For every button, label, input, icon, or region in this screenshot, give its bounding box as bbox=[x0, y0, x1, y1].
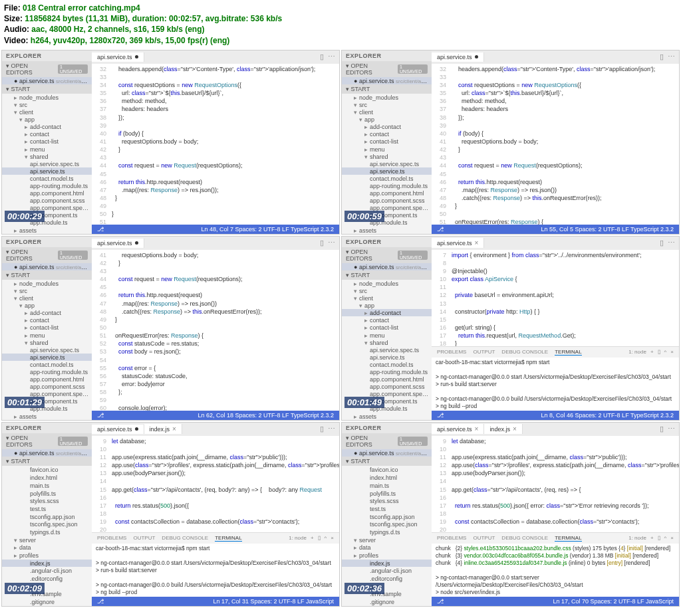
tree-item[interactable]: ▾src bbox=[342, 287, 432, 294]
tree-item[interactable]: api.service.ts bbox=[342, 167, 432, 175]
editor-tab[interactable]: api.service.ts× bbox=[432, 424, 484, 434]
open-editor-item[interactable]: ● api.service.ts src/client/app/shared bbox=[342, 449, 432, 457]
terminal-output[interactable]: chunk {2} styles.e41b53305011bcaaa202.bu… bbox=[432, 544, 679, 597]
tree-item[interactable]: ▸contact-list bbox=[2, 324, 92, 331]
status-right[interactable]: Ln 48, Col 7 Spaces: 2 UTF-8 LF TypeScri… bbox=[202, 226, 334, 233]
tree-item[interactable]: contact.model.ts bbox=[342, 175, 432, 182]
tree-item[interactable]: .editorconfig bbox=[342, 575, 432, 583]
tree-item[interactable]: contact.model.ts bbox=[2, 175, 92, 182]
code-body[interactable]: headers.append(class="str">'Content-Type… bbox=[109, 64, 339, 225]
branch-indicator[interactable]: ⎇ bbox=[97, 598, 104, 605]
output-tab[interactable]: OUTPUT bbox=[473, 535, 495, 542]
tree-item[interactable]: test.ts bbox=[2, 505, 92, 513]
code-editor[interactable]: 7 8 9 10 11 12 13 14 15 16 17 18 19 20 2… bbox=[432, 250, 679, 346]
open-editor-item[interactable]: ● api.service.ts src/client/app/shared bbox=[2, 449, 92, 457]
tree-item[interactable]: main.ts bbox=[2, 482, 92, 490]
tree-item[interactable]: index.js bbox=[342, 560, 432, 567]
terminal-tab[interactable]: TERMINAL bbox=[555, 535, 581, 542]
more-icon[interactable]: ⋯ bbox=[328, 52, 335, 61]
close-icon[interactable]: × bbox=[172, 425, 176, 433]
tree-item[interactable]: ▸data bbox=[342, 544, 432, 552]
editor-tab[interactable]: api.service.ts bbox=[92, 425, 144, 434]
tree-item[interactable]: ▾shared bbox=[342, 153, 432, 160]
status-right[interactable]: Ln 55, Col 5 Spaces: 2 UTF-8 LF TypeScri… bbox=[541, 226, 674, 233]
tree-item[interactable]: styles.scss bbox=[2, 497, 92, 505]
split-editor-icon[interactable]: ▯ bbox=[320, 239, 324, 247]
tree-item[interactable]: ▾client bbox=[342, 108, 432, 116]
tree-item[interactable]: app.component.html bbox=[342, 189, 432, 197]
tree-item[interactable]: app.component.html bbox=[342, 375, 432, 383]
tree-item[interactable]: test.ts bbox=[342, 505, 432, 513]
branch-indicator[interactable]: ⎇ bbox=[437, 412, 444, 419]
plus-icon[interactable]: + bbox=[311, 535, 314, 541]
problems-tab[interactable]: PROBLEMS bbox=[97, 535, 126, 542]
tree-item[interactable]: ▸add-contact bbox=[2, 309, 92, 316]
tree-item[interactable]: api.service.spec.ts bbox=[342, 346, 432, 354]
status-right[interactable]: Ln 17, Col 70 Spaces: 2 UTF-8 LF JavaScr… bbox=[553, 598, 674, 605]
tree-item[interactable]: typings.d.ts bbox=[342, 528, 432, 536]
tree-item[interactable]: ▸contact bbox=[2, 130, 92, 138]
tree-item[interactable]: typings.d.ts bbox=[2, 528, 92, 536]
status-right[interactable]: Ln 8, Col 46 Spaces: 2 UTF-8 LF TypeScri… bbox=[541, 412, 674, 419]
tree-item[interactable]: ▾src bbox=[2, 101, 92, 108]
tree-item[interactable]: app.component.html bbox=[2, 189, 92, 197]
tree-item[interactable]: app-routing.module.ts bbox=[342, 182, 432, 189]
start-section[interactable]: ▾ START bbox=[342, 457, 432, 466]
tree-item[interactable]: contact.model.ts bbox=[342, 361, 432, 368]
tree-item[interactable]: ▸profiles bbox=[2, 552, 92, 560]
split-editor-icon[interactable]: ▯ bbox=[660, 52, 664, 61]
start-section[interactable]: ▾ START bbox=[2, 84, 92, 94]
code-body[interactable]: import { environment } from class="str">… bbox=[449, 250, 679, 346]
tree-item[interactable]: tsconfig.app.json bbox=[342, 513, 432, 521]
debug-console-tab[interactable]: DEBUG CONSOLE bbox=[501, 349, 548, 356]
tree-item[interactable]: ▸data bbox=[2, 544, 92, 552]
start-section[interactable]: ▾ START bbox=[342, 84, 432, 94]
close-icon[interactable]: × bbox=[513, 425, 517, 433]
close-icon[interactable]: × bbox=[475, 239, 479, 247]
tree-item[interactable]: ▸node_modules bbox=[342, 280, 432, 287]
tree-item[interactable]: ▸contact-list bbox=[2, 138, 92, 145]
tree-item[interactable]: api.service.ts bbox=[2, 354, 92, 361]
close-icon[interactable]: × bbox=[670, 349, 674, 355]
tree-item[interactable]: ▸menu bbox=[342, 146, 432, 153]
tree-item[interactable]: favicon.ico bbox=[2, 466, 92, 474]
code-editor[interactable]: 9 10 11 12 13 14 15 16 17 18 19 20 21 22… bbox=[92, 436, 339, 532]
tree-item[interactable]: ▸contact bbox=[342, 316, 432, 324]
terminal-output[interactable]: car-booth-18-mac:start victormejia$ npm … bbox=[92, 544, 339, 597]
tree-item[interactable]: ▾app bbox=[342, 116, 432, 123]
code-body[interactable]: let database; app.use(express.static(pat… bbox=[109, 436, 339, 532]
open-editors-section[interactable]: ▾ OPEN EDITORS1 UNSAVED bbox=[2, 433, 92, 449]
tree-item[interactable]: ▾shared bbox=[342, 339, 432, 346]
code-editor[interactable]: 41 42 43 44 45 46 47 48 49 50 51 52 53 5… bbox=[92, 250, 339, 411]
tree-item[interactable]: tsconfig.app.json bbox=[2, 513, 92, 521]
status-right[interactable]: Ln 62, Col 18 Spaces: 2 UTF-8 LF TypeScr… bbox=[198, 412, 334, 419]
tree-item[interactable]: tsconfig.spec.json bbox=[2, 520, 92, 528]
debug-console-tab[interactable]: DEBUG CONSOLE bbox=[501, 535, 548, 542]
code-editor[interactable]: 32 33 34 35 36 37 38 39 40 41 42 43 44 4… bbox=[92, 64, 339, 225]
terminal-selector[interactable]: 1: node bbox=[628, 535, 646, 541]
problems-tab[interactable]: PROBLEMS bbox=[437, 349, 466, 356]
split-editor-icon[interactable]: ▯ bbox=[660, 425, 664, 433]
tree-item[interactable]: ▸add-contact bbox=[342, 123, 432, 130]
open-editor-item[interactable]: ● api.service.ts src/client/app/shared bbox=[342, 263, 432, 270]
open-editor-item[interactable]: ● api.service.ts src/client/app/shared bbox=[2, 77, 92, 84]
tree-item[interactable]: ▸assets bbox=[342, 227, 432, 234]
tree-item[interactable]: ▾shared bbox=[2, 153, 92, 160]
split-editor-icon[interactable]: ▯ bbox=[660, 239, 664, 247]
tree-item[interactable]: favicon.ico bbox=[342, 466, 432, 474]
more-icon[interactable]: ⋯ bbox=[328, 425, 335, 433]
tree-item[interactable]: app.component.scss bbox=[2, 197, 92, 204]
terminal-output[interactable]: car-booth-18-mac:start victormejia$ npm … bbox=[432, 358, 679, 411]
tree-item[interactable]: api.service.spec.ts bbox=[342, 160, 432, 167]
tree-item[interactable]: app.component.scss bbox=[342, 383, 432, 390]
tree-item[interactable]: tsconfig.spec.json bbox=[342, 520, 432, 528]
tree-item[interactable]: api.service.ts bbox=[2, 167, 92, 175]
tree-item[interactable]: app-routing.module.ts bbox=[2, 182, 92, 189]
tree-item[interactable]: ▸menu bbox=[2, 146, 92, 153]
tree-item[interactable]: ▾src bbox=[2, 287, 92, 294]
tree-item[interactable]: ▾client bbox=[2, 294, 92, 302]
tree-item[interactable]: ▾server bbox=[2, 536, 92, 544]
tree-item[interactable]: ▾app bbox=[2, 302, 92, 309]
branch-indicator[interactable]: ⎇ bbox=[97, 226, 104, 233]
code-editor[interactable]: 9 10 11 12 13 14 15 16 17 18 19 20 21 22… bbox=[432, 436, 679, 532]
